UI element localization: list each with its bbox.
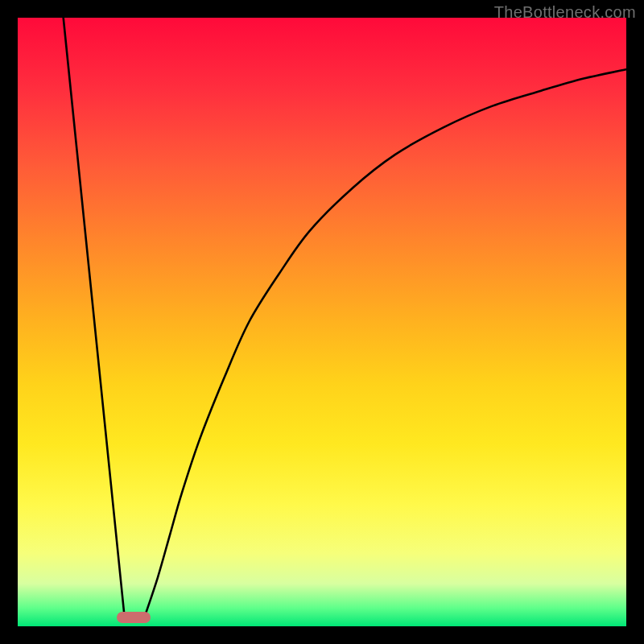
chart-frame: TheBottleneck.com: [0, 0, 644, 644]
line-left: [64, 18, 125, 614]
curves-svg: [18, 18, 626, 626]
plot-area: [18, 18, 626, 626]
watermark-text: TheBottleneck.com: [494, 3, 636, 22]
curve-right: [146, 69, 626, 614]
